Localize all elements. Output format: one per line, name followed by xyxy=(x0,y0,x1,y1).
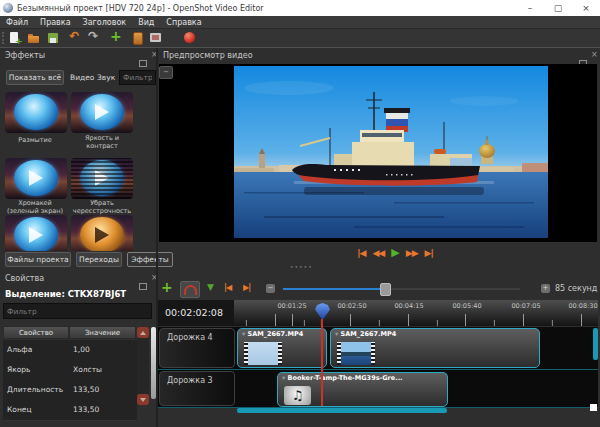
effect-thumb-deinterlace[interactable] xyxy=(71,158,133,199)
clip-menu-icon[interactable]: ▾ xyxy=(335,330,338,338)
add-track-button[interactable]: + xyxy=(161,279,173,295)
selection-label: Выделение: CTKX87BJ6T xyxy=(5,289,126,299)
menu-view[interactable]: Вид xyxy=(132,18,160,27)
fast-forward-button[interactable]: ▶▶ xyxy=(406,248,418,258)
menu-edit[interactable]: Правка xyxy=(34,18,76,27)
scroll-down-button[interactable] xyxy=(137,394,149,405)
menu-help[interactable]: Справка xyxy=(160,18,207,27)
timeline-side-scrollbar[interactable] xyxy=(151,327,156,399)
maximize-button[interactable]: ▢ xyxy=(544,0,572,16)
video-frame-ship xyxy=(234,66,548,238)
table-row-alpha[interactable]: Альфа 1,00 xyxy=(3,340,137,361)
play-button[interactable]: ▶ xyxy=(391,246,398,259)
preview-corner-button[interactable]: − xyxy=(159,66,173,79)
close-button[interactable]: × xyxy=(572,0,600,16)
rewind-button[interactable]: ◀◀ xyxy=(372,248,384,258)
table-row-anchor[interactable]: Якорь Холсты xyxy=(3,360,137,381)
playhead-line[interactable] xyxy=(321,319,323,406)
open-project-icon[interactable] xyxy=(28,32,41,44)
property-value: Холсты xyxy=(73,365,102,374)
zoom-in-icon[interactable]: + xyxy=(541,284,550,293)
effects-filter-input[interactable] xyxy=(119,70,156,85)
jump-start-button[interactable]: |◀ xyxy=(357,248,365,258)
table-row-end[interactable]: Конец 133,50 xyxy=(3,400,137,421)
zoom-out-icon[interactable]: − xyxy=(266,284,275,293)
effect-thumb-partial-2[interactable] xyxy=(71,215,133,251)
effects-filter-audio[interactable]: Звук xyxy=(97,73,115,82)
add-marker-button[interactable]: ▼ xyxy=(207,282,214,292)
ruler-label: 00:01:25 xyxy=(277,302,306,310)
property-value: 1,00 xyxy=(73,345,90,354)
zoom-slider-handle[interactable] xyxy=(380,283,391,296)
minimize-button[interactable]: – xyxy=(516,0,544,16)
tab-project-files[interactable]: Файлы проекта xyxy=(5,252,71,267)
snapping-toggle[interactable] xyxy=(180,281,200,298)
app-logo-icon xyxy=(3,3,13,13)
current-time-display: 00:02:02:08 xyxy=(165,307,223,318)
previous-marker-button[interactable]: |◀ xyxy=(224,283,231,292)
next-marker-button[interactable]: ▶| xyxy=(243,283,250,292)
timeline-horizontal-scrollbar[interactable] xyxy=(237,408,447,413)
panel-splitter-handle[interactable]: ••••• xyxy=(290,263,313,270)
effects-filter-show-all[interactable]: Показать всё xyxy=(6,70,64,85)
ruler-label: 00:07:05 xyxy=(511,302,540,310)
undo-icon[interactable]: ↶ xyxy=(69,29,82,41)
table-row-duration[interactable]: Длительность 133,50 xyxy=(3,380,137,401)
property-name: Якорь xyxy=(7,365,31,374)
table-header-value: Значение xyxy=(69,326,136,339)
timeline-ruler[interactable]: 00:01:25 00:02:50 00:04:15 00:05:40 00:0… xyxy=(234,300,598,326)
tab-transitions[interactable]: Переходы xyxy=(76,252,122,267)
track-4-header[interactable]: Дорожка 4 xyxy=(159,328,235,368)
track-name: Дорожка 3 xyxy=(167,376,213,385)
table-header-property: Свойство xyxy=(3,326,69,339)
main-toolbar: + ↶ ↷ + xyxy=(0,29,600,48)
clip-sam2667-1[interactable]: ▾ SAM_2667.MP4 xyxy=(237,328,327,368)
music-note-icon: ♫ xyxy=(284,386,311,405)
property-name: Альфа xyxy=(7,345,32,354)
clip-menu-icon[interactable]: ▾ xyxy=(282,374,285,382)
openshot-window: Безымянный проект [HDV 720 24p] - OpenSh… xyxy=(0,0,600,427)
effect-thumb-blur[interactable] xyxy=(5,92,67,133)
clip-thumbnail xyxy=(337,342,375,365)
clip-thumbnail xyxy=(244,342,282,365)
effects-panel-title: Эффекты xyxy=(5,51,45,60)
fullscreen-icon[interactable] xyxy=(150,32,163,44)
track-3-header[interactable]: Дорожка 3 xyxy=(159,371,235,406)
timeline-vertical-scrollbar[interactable] xyxy=(593,328,598,360)
jump-end-button[interactable]: ▶| xyxy=(425,248,433,258)
tab-effects[interactable]: Эффекты xyxy=(127,252,173,267)
save-project-icon[interactable] xyxy=(48,32,61,44)
choose-profile-icon[interactable] xyxy=(132,32,145,44)
ruler-label: 00:02:50 xyxy=(337,302,366,310)
properties-panel-float-icon[interactable] xyxy=(136,276,147,295)
effect-thumb-chromakey[interactable] xyxy=(5,158,67,199)
effect-label: Убрать чересстрочность xyxy=(69,200,135,215)
clip-label: SAM_2667.MP4 xyxy=(248,330,304,338)
redo-icon[interactable]: ↷ xyxy=(88,29,101,41)
export-video-icon[interactable] xyxy=(184,32,197,44)
title-bar: Безымянный проект [HDV 720 24p] - OpenSh… xyxy=(0,0,600,16)
menu-title[interactable]: Заголовок xyxy=(77,18,133,27)
import-files-icon[interactable]: + xyxy=(110,28,123,40)
effect-thumb-partial-1[interactable] xyxy=(5,215,67,251)
ruler-label: 00:05:40 xyxy=(452,302,481,310)
properties-panel-title: Свойства xyxy=(5,274,44,283)
clip-menu-icon[interactable]: ▾ xyxy=(242,330,245,338)
toolbar-handle[interactable] xyxy=(2,32,6,44)
zoom-level-label: 85 секунд xyxy=(555,284,597,293)
property-name: Конец xyxy=(7,405,32,414)
effects-filter-video[interactable]: Видео xyxy=(70,73,94,82)
properties-scrollbar[interactable] xyxy=(137,338,149,394)
menu-bar: Файл Правка Заголовок Вид Справка xyxy=(0,16,600,29)
transport-bar: |◀ ◀◀ ▶ ▶▶ ▶| xyxy=(335,246,455,259)
properties-filter-input[interactable] xyxy=(3,303,152,319)
ruler-label: 00:04:15 xyxy=(394,302,423,310)
new-project-icon[interactable]: + xyxy=(9,32,22,44)
preview-panel-close-icon[interactable]: × xyxy=(591,52,598,58)
clip-audio-booker-t[interactable]: ▾ Booker-T-amp-The-MG39s-Gre... ♫ xyxy=(277,372,448,407)
clip-sam2667-2[interactable]: ▾ SAM_2667.MP4 xyxy=(330,328,540,368)
resize-grip[interactable] xyxy=(590,404,597,411)
scroll-up-button[interactable] xyxy=(137,327,149,338)
menu-file[interactable]: Файл xyxy=(0,18,34,27)
effect-thumb-brightness[interactable] xyxy=(71,92,133,133)
